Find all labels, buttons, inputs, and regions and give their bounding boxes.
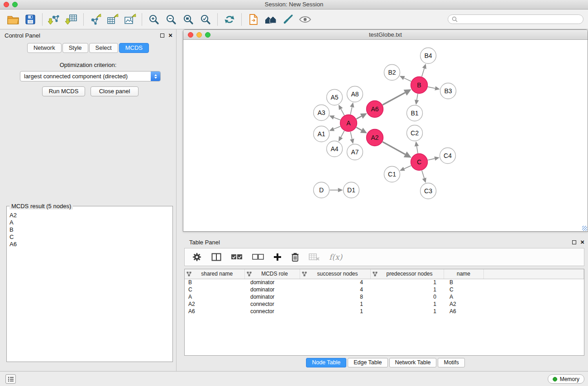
zoom-in-button[interactable] bbox=[145, 11, 163, 28]
close-window-button[interactable] bbox=[4, 2, 9, 7]
import-network-button[interactable] bbox=[46, 11, 63, 28]
result-item[interactable]: C bbox=[10, 234, 170, 241]
cell-name[interactable]: A bbox=[444, 293, 483, 300]
graph-edge-C-C1[interactable] bbox=[404, 166, 411, 169]
delete-table-button[interactable] bbox=[309, 253, 320, 261]
cell-name[interactable]: A6 bbox=[444, 308, 483, 315]
cell-mcds-role[interactable]: dominator bbox=[244, 293, 300, 300]
cell-predecessor-nodes[interactable]: 1 bbox=[370, 300, 444, 308]
open-session-document-button[interactable] bbox=[245, 11, 262, 28]
tab-style[interactable]: Style bbox=[62, 43, 88, 53]
float-panel-icon[interactable] bbox=[160, 33, 164, 38]
cell-mcds-role[interactable]: connector bbox=[244, 300, 300, 308]
column-header-shared-name[interactable]: shared name bbox=[185, 269, 244, 279]
cell-predecessor-nodes[interactable]: 0 bbox=[370, 293, 444, 300]
close-panel-icon[interactable]: × bbox=[580, 239, 584, 245]
apply-layout-button[interactable] bbox=[221, 11, 238, 28]
export-table-button[interactable] bbox=[104, 11, 121, 28]
close-panel-icon[interactable]: × bbox=[168, 33, 172, 38]
result-item[interactable]: A6 bbox=[10, 241, 170, 248]
style-brush-button[interactable] bbox=[279, 11, 296, 28]
show-columns-button[interactable] bbox=[211, 253, 221, 261]
cell-successor-nodes[interactable]: 4 bbox=[300, 279, 370, 286]
tab-edge-table[interactable]: Edge Table bbox=[348, 358, 387, 367]
network-zoom-button[interactable] bbox=[205, 32, 210, 38]
graph-edge-A-A7[interactable] bbox=[350, 132, 352, 139]
cell-shared-name[interactable]: B bbox=[185, 279, 244, 286]
cell-predecessor-nodes[interactable]: 1 bbox=[370, 286, 444, 293]
export-image-button[interactable] bbox=[121, 11, 139, 28]
cell-successor-nodes[interactable]: 1 bbox=[300, 300, 370, 308]
graph-edge-A-A6[interactable] bbox=[356, 116, 361, 119]
graph-edge-B-B2[interactable] bbox=[404, 78, 411, 81]
graph-edge-A-A1[interactable] bbox=[334, 126, 340, 129]
column-header-predecessor-nodes[interactable]: predecessor nodes bbox=[370, 269, 444, 279]
cell-predecessor-nodes[interactable]: 1 bbox=[370, 279, 444, 286]
select-all-button[interactable] bbox=[231, 254, 243, 260]
cell-shared-name[interactable]: A bbox=[185, 293, 244, 300]
zoom-selected-button[interactable] bbox=[197, 11, 214, 28]
graph-edge-B-B3[interactable] bbox=[428, 87, 435, 88]
table-row[interactable]: Cdominator41C bbox=[185, 286, 584, 293]
export-network-button[interactable] bbox=[87, 11, 104, 28]
resize-grip[interactable] bbox=[582, 226, 587, 231]
deselect-all-button[interactable] bbox=[252, 254, 264, 260]
zoom-out-button[interactable] bbox=[163, 11, 180, 28]
column-header-name[interactable]: name bbox=[444, 269, 483, 279]
float-panel-icon[interactable] bbox=[572, 240, 576, 244]
graph-edge-A2-C[interactable] bbox=[382, 142, 405, 154]
function-builder-button[interactable]: f(x) bbox=[329, 253, 342, 262]
graph-edge-A-A5[interactable] bbox=[341, 109, 344, 115]
cell-shared-name[interactable]: A2 bbox=[185, 300, 244, 308]
network-close-button[interactable] bbox=[188, 32, 193, 38]
tab-node-table[interactable]: Node Table bbox=[306, 358, 346, 367]
graph-edge-A6-B[interactable] bbox=[382, 93, 405, 105]
network-minimize-button[interactable] bbox=[196, 32, 202, 38]
save-session-button[interactable] bbox=[22, 11, 39, 28]
network-graph[interactable]: B4B2BB3A5A8A6B1A3AC2A1A2A4A7C4CC1C3DD1 bbox=[183, 40, 588, 231]
zoom-fit-button[interactable] bbox=[180, 11, 197, 28]
table-settings-button[interactable] bbox=[192, 252, 202, 262]
result-item[interactable]: A2 bbox=[10, 212, 170, 219]
graph-edge-A-A4[interactable] bbox=[341, 131, 344, 137]
result-item[interactable]: B bbox=[10, 226, 170, 234]
network-canvas[interactable]: B4B2BB3A5A8A6B1A3AC2A1A2A4A7C4CC1C3DD1 bbox=[183, 40, 588, 231]
cell-mcds-role[interactable]: dominator bbox=[244, 286, 300, 293]
tab-motifs[interactable]: Motifs bbox=[438, 358, 464, 367]
cell-shared-name[interactable]: A6 bbox=[185, 308, 244, 315]
graph-edge-B-B4[interactable] bbox=[422, 68, 425, 76]
column-header-successor-nodes[interactable]: successor nodes bbox=[300, 269, 370, 279]
table-row[interactable]: A6connector11A6 bbox=[185, 308, 584, 315]
close-panel-button[interactable]: Close panel bbox=[91, 86, 139, 96]
cell-name[interactable]: C bbox=[444, 286, 483, 293]
cell-shared-name[interactable]: C bbox=[185, 286, 244, 293]
open-file-button[interactable] bbox=[5, 11, 22, 28]
zoom-window-button[interactable] bbox=[12, 2, 18, 7]
cell-mcds-role[interactable]: dominator bbox=[244, 279, 300, 286]
cell-name[interactable]: B bbox=[444, 279, 483, 286]
table-row[interactable]: Bdominator41B bbox=[185, 279, 584, 286]
show-hide-button[interactable] bbox=[296, 11, 314, 28]
run-mcds-button[interactable]: Run MCDS bbox=[42, 86, 85, 96]
table-row[interactable]: Adominator80A bbox=[185, 293, 584, 300]
graph-edge-C-C3[interactable] bbox=[422, 171, 424, 178]
graph-edge-A-A8[interactable] bbox=[350, 107, 352, 114]
add-column-button[interactable] bbox=[273, 253, 282, 261]
column-header-mcds-role[interactable]: MCDS role bbox=[244, 269, 300, 279]
cell-successor-nodes[interactable]: 4 bbox=[300, 286, 370, 293]
tab-network[interactable]: Network bbox=[27, 43, 62, 53]
graph-edge-C-C4[interactable] bbox=[428, 158, 435, 160]
tab-mcds[interactable]: MCDS bbox=[119, 43, 149, 53]
cell-successor-nodes[interactable]: 8 bbox=[300, 293, 370, 300]
graph-edge-C-C2[interactable] bbox=[417, 146, 418, 153]
graph-edge-B-B1[interactable] bbox=[417, 94, 418, 100]
graph-edge-A-A2[interactable] bbox=[356, 127, 362, 130]
cell-predecessor-nodes[interactable]: 1 bbox=[370, 308, 444, 315]
task-history-button[interactable] bbox=[5, 374, 16, 384]
cell-name[interactable]: A2 bbox=[444, 300, 483, 308]
graph-edge-A-A3[interactable] bbox=[334, 117, 340, 120]
criterion-select[interactable]: largest connected component (directed) bbox=[20, 71, 161, 81]
delete-column-button[interactable] bbox=[291, 252, 299, 262]
tab-select[interactable]: Select bbox=[89, 43, 118, 53]
memory-button[interactable]: Memory bbox=[548, 374, 584, 384]
